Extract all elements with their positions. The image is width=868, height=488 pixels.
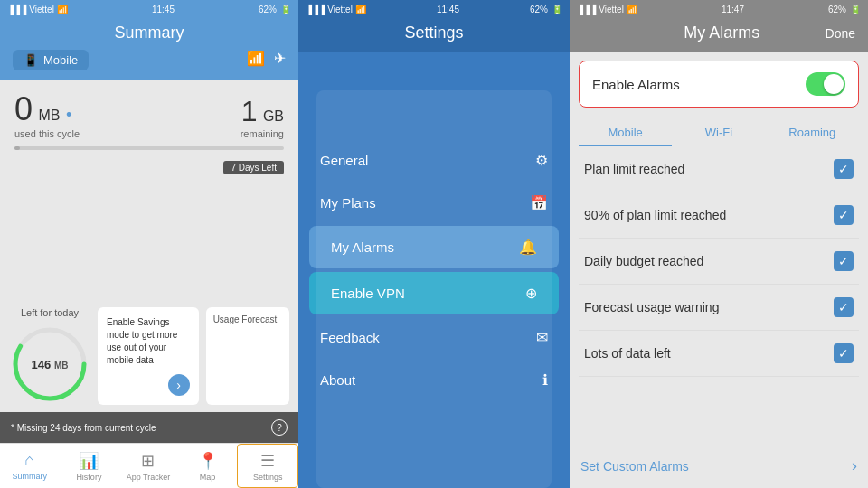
alarms-header: My Alarms Done [570, 18, 868, 52]
enable-alarms-toggle[interactable] [806, 72, 845, 96]
signal-icon-2: ▐▐▐ [306, 5, 325, 14]
alarm-daily-budget-label: Daily budget reached [584, 254, 703, 268]
alarm-row-lots-of-data[interactable]: Lots of data left ✓ [579, 331, 859, 377]
alarm-daily-budget-checkbox[interactable]: ✓ [834, 251, 854, 271]
battery-icon-3: 🔋 [850, 5, 861, 14]
settings-feedback[interactable]: Feedback ✉ [298, 316, 570, 359]
alarm-row-90pct[interactable]: 90% of plan limit reached ✓ [579, 192, 859, 239]
progress-fill [14, 146, 20, 150]
remaining-data: 1 GB remaining [241, 95, 284, 139]
battery-info: 62% 🔋 [259, 5, 291, 14]
check-icon-2: ✓ [838, 208, 849, 222]
used-mb-value: 0 [14, 90, 33, 127]
done-button[interactable]: Done [826, 26, 855, 41]
bottom-section: Left for today 146 MB Enable Savings mod… [0, 300, 298, 412]
home-icon: ⌂ [24, 451, 34, 470]
alarm-lots-of-data-checkbox[interactable]: ✓ [834, 343, 854, 363]
tab-wifi[interactable]: Wi-Fi [672, 120, 765, 146]
carrier-info-2: ▐▐▐ Viettel 📶 [306, 5, 366, 14]
alarm-row-daily-budget[interactable]: Daily budget reached ✓ [579, 239, 859, 285]
nav-app-tracker-label: App Tracker [127, 473, 171, 482]
summary-panel: ▐▐▐ Viettel 📶 11:45 62% 🔋 Summary 📱 Mobi… [0, 0, 298, 488]
left-mb-value: 146 [32, 358, 52, 371]
settings-about[interactable]: About ℹ [298, 359, 570, 401]
enable-alarms-label: Enable Alarms [592, 77, 680, 92]
left-today-label: Left for today [21, 307, 79, 318]
app-tracker-icon: ⊞ [141, 451, 155, 471]
nav-summary[interactable]: ⌂ Summary [0, 444, 60, 488]
map-icon: 📍 [198, 451, 218, 471]
settings-my-alarms[interactable]: My Alarms 🔔 [309, 226, 559, 268]
carrier-info: ▐▐▐ Viettel 📶 [7, 5, 68, 14]
calendar-icon: 📅 [530, 194, 548, 211]
battery-percent: 62% [259, 5, 277, 14]
summary-title: Summary [0, 23, 298, 42]
alarm-row-forecast[interactable]: Forecast usage warning ✓ [579, 285, 859, 331]
bottom-navigation: ⌂ Summary 📊 History ⊞ App Tracker 📍 Map … [0, 443, 298, 488]
info-icon: ℹ [542, 371, 548, 389]
help-icon[interactable]: ? [271, 419, 288, 436]
settings-menu: General ⚙ My Plans 📅 My Alarms 🔔 Enable … [298, 52, 570, 488]
battery-percent-2: 62% [530, 5, 548, 14]
nav-settings-label: Settings [253, 473, 283, 482]
data-progress-bar [14, 146, 284, 150]
settings-header: Settings [298, 18, 570, 52]
data-dot: • [66, 106, 71, 124]
airplane-mode-icon: ✈ [274, 50, 286, 67]
remaining-label: remaining [241, 128, 284, 139]
nav-settings[interactable]: ☰ Settings [237, 444, 298, 488]
about-label: About [320, 372, 355, 388]
alarm-forecast-checkbox[interactable]: ✓ [834, 297, 854, 317]
alarm-row-plan-limit[interactable]: Plan limit reached ✓ [579, 146, 859, 192]
savings-mode-card[interactable]: Enable Savings mode to get more use out … [98, 307, 199, 405]
alarm-forecast-label: Forecast usage warning [584, 300, 719, 314]
used-label: used this cycle [14, 128, 80, 139]
status-bar-2: ▐▐▐ Viettel 📶 11:45 62% 🔋 [298, 0, 570, 18]
mobile-icon: 📱 [24, 53, 38, 67]
question-mark: ? [277, 423, 282, 433]
history-icon: 📊 [79, 451, 99, 471]
feedback-label: Feedback [320, 330, 380, 345]
nav-map-label: Map [200, 473, 216, 482]
nav-history-label: History [76, 473, 101, 482]
tab-mobile[interactable]: Mobile [579, 120, 672, 146]
days-left-badge: 7 Days Left [223, 161, 284, 174]
battery-icon: 🔋 [280, 5, 291, 14]
alarm-90pct-label: 90% of plan limit reached [584, 208, 726, 222]
settings-panel: ▐▐▐ Viettel 📶 11:45 62% 🔋 Settings Gener… [298, 0, 570, 488]
nav-map[interactable]: 📍 Map [178, 444, 238, 488]
enable-vpn-label: Enable VPN [331, 286, 405, 301]
enable-alarms-row[interactable]: Enable Alarms [579, 61, 859, 108]
mobile-tab[interactable]: 📱 Mobile [13, 50, 89, 70]
wifi-icon-2: 📶 [355, 5, 366, 14]
settings-general[interactable]: General ⚙ [298, 139, 570, 182]
savings-mode-text: Enable Savings mode to get more use out … [107, 316, 190, 367]
summary-header: Summary 📱 Mobile 📶 ✈ [0, 18, 298, 80]
used-data: 0 MB • used this cycle [14, 90, 80, 139]
alarm-90pct-checkbox[interactable]: ✓ [834, 205, 854, 225]
gear-icon: ⚙ [535, 152, 548, 169]
mobile-label: Mobile [43, 53, 78, 67]
missing-days-bar: * Missing 24 days from current cycle ? [0, 412, 298, 443]
nav-history[interactable]: 📊 History [60, 444, 119, 488]
my-alarms-label: My Alarms [331, 239, 394, 255]
alarm-plan-limit-checkbox[interactable]: ✓ [834, 159, 854, 179]
time-display-3: 11:47 [722, 5, 744, 14]
settings-enable-vpn[interactable]: Enable VPN ⊕ [309, 272, 559, 314]
carrier-name: Viettel [29, 5, 54, 14]
alarm-list: Plan limit reached ✓ 90% of plan limit r… [570, 146, 868, 444]
alarm-plan-limit-label: Plan limit reached [584, 162, 684, 176]
battery-icon-2: 🔋 [552, 5, 562, 14]
status-bar-1: ▐▐▐ Viettel 📶 11:45 62% 🔋 [0, 0, 298, 18]
summary-content: 0 MB • used this cycle 1 GB remaining [0, 80, 298, 300]
tab-roaming[interactable]: Roaming [766, 120, 859, 146]
connectivity-icons: 📶 ✈ [247, 50, 286, 67]
battery-info-2: 62% 🔋 [530, 5, 562, 14]
nav-app-tracker[interactable]: ⊞ App Tracker [118, 444, 178, 488]
custom-alarms-row[interactable]: Set Custom Alarms › [570, 444, 868, 488]
savings-arrow-button[interactable]: › [168, 374, 190, 396]
signal-icon-3: ▐▐▐ [577, 5, 596, 14]
usage-forecast-card[interactable]: Usage Forecast [206, 307, 289, 405]
settings-my-plans[interactable]: My Plans 📅 [298, 182, 570, 224]
alarm-tabs: Mobile Wi-Fi Roaming [570, 117, 868, 146]
